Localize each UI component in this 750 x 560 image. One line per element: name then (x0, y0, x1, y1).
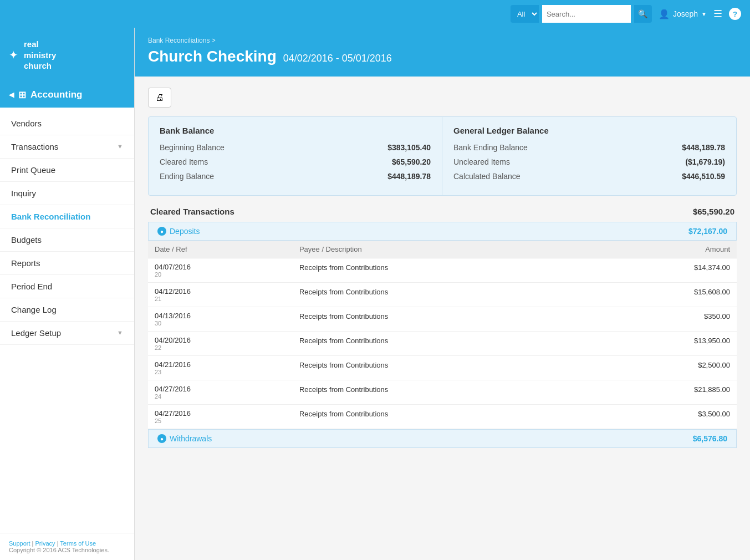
breadcrumb-link[interactable]: Bank Reconciliations > (148, 37, 216, 44)
cell-payee: Receipts from Contributions (293, 258, 592, 283)
sidebar-item-reports[interactable]: Reports (0, 252, 134, 275)
sidebar-item-bank-reconciliation[interactable]: Bank Reconciliation (0, 205, 134, 228)
sidebar-item-print-queue-label: Print Queue (11, 165, 55, 175)
user-icon: 👤 (659, 9, 670, 19)
content-body: 🖨 Bank Balance Beginning Balance $383,10… (135, 77, 750, 560)
sidebar-item-reports-label: Reports (11, 258, 40, 268)
beginning-balance-label: Beginning Balance (160, 143, 225, 152)
gl-balance-col: General Ledger Balance Bank Ending Balan… (442, 117, 736, 195)
list-icon[interactable]: ☰ (713, 8, 722, 20)
deposits-label: ● Deposits (157, 227, 200, 236)
cell-date: 04/13/2016 30 (148, 307, 293, 332)
sidebar-item-period-end-label: Period End (11, 282, 52, 291)
ending-balance-row: Ending Balance $448,189.78 (160, 172, 431, 181)
sidebar-item-budgets-label: Budgets (11, 235, 42, 245)
sidebar-item-vendors[interactable]: Vendors (0, 112, 134, 135)
cell-amount: $2,500.00 (592, 356, 737, 380)
sidebar-section-accounting[interactable]: ◀ ⊞ Accounting (0, 83, 134, 108)
uncleared-items-label: Uncleared Items (453, 157, 510, 166)
sidebar-nav: Vendors Transactions ▼ Print Queue Inqui… (0, 108, 134, 533)
sidebar-item-vendors-label: Vendors (11, 119, 42, 128)
sidebar-item-ledger-setup-label: Ledger Setup (11, 328, 61, 338)
table-row: 04/07/2016 20 Receipts from Contribution… (148, 258, 737, 283)
page-title: Church Checking 04/02/2016 - 05/01/2016 (148, 48, 737, 65)
print-button[interactable]: 🖨 (148, 88, 171, 108)
sidebar-item-print-queue[interactable]: Print Queue (0, 159, 134, 182)
bank-ending-balance-row: Bank Ending Balance $448,189.78 (453, 143, 725, 152)
uncleared-items-row: Uncleared Items ($1,679.19) (453, 157, 725, 166)
cleared-transactions-total: $65,590.20 (693, 207, 734, 216)
cell-amount: $21,885.00 (592, 380, 737, 405)
terms-link[interactable]: Terms of Use (60, 540, 96, 547)
cell-payee: Receipts from Contributions (293, 332, 592, 356)
cell-amount: $350.00 (592, 307, 737, 332)
cell-date: 04/21/2016 23 (148, 356, 293, 380)
deposits-amount: $72,167.00 (688, 227, 727, 236)
logo-text: realministrychurch (24, 39, 56, 72)
copyright-text: Copyright © 2016 ACS Technologies. (9, 547, 109, 553)
table-row: 04/27/2016 25 Receipts from Contribution… (148, 405, 737, 429)
search-input[interactable] (542, 5, 631, 23)
withdrawals-amount: $6,576.80 (693, 434, 727, 443)
cell-amount: $3,500.00 (592, 405, 737, 429)
deposits-circle-icon: ● (157, 227, 166, 236)
sidebar-item-bank-reconciliation-label: Bank Reconciliation (11, 212, 90, 221)
privacy-link[interactable]: Privacy (35, 540, 55, 547)
chevron-down-icon: ▼ (701, 11, 707, 17)
page-title-date: 04/02/2016 - 05/01/2016 (283, 53, 392, 64)
cell-date: 04/07/2016 20 (148, 258, 293, 283)
sidebar: ✦ realministrychurch ◀ ⊞ Accounting Vend… (0, 28, 135, 560)
cleared-items-value: $65,590.20 (392, 157, 431, 166)
sidebar-item-change-log-label: Change Log (11, 305, 57, 314)
sidebar-item-ledger-setup[interactable]: Ledger Setup ▼ (0, 322, 134, 345)
table-row: 04/13/2016 30 Receipts from Contribution… (148, 307, 737, 332)
deposits-table: Date / Ref Payee / Description Amount 04… (148, 241, 737, 429)
withdrawals-label: ● Withdrawals (157, 434, 212, 443)
gl-balance-header: General Ledger Balance (453, 126, 725, 135)
ending-balance-value: $448,189.78 (387, 172, 431, 181)
sidebar-item-transactions[interactable]: Transactions ▼ (0, 135, 134, 159)
beginning-balance-value: $383,105.40 (387, 143, 431, 152)
withdrawals-circle-icon: ● (157, 434, 166, 443)
cell-payee: Receipts from Contributions (293, 405, 592, 429)
bank-ending-balance-value: $448,189.78 (682, 143, 725, 152)
calculated-balance-label: Calculated Balance (453, 172, 521, 181)
bank-balance-col: Bank Balance Beginning Balance $383,105.… (149, 117, 442, 195)
chevron-left-icon: ◀ (9, 91, 14, 99)
search-button[interactable]: 🔍 (634, 5, 652, 23)
uncleared-items-value: ($1,679.19) (685, 157, 725, 166)
withdrawals-section-row[interactable]: ● Withdrawals $6,576.80 (148, 429, 737, 448)
deposits-section-row[interactable]: ● Deposits $72,167.00 (148, 222, 737, 241)
cell-payee: Receipts from Contributions (293, 380, 592, 405)
topbar: All 🔍 👤 Joseph ▼ ☰ ? (0, 0, 750, 28)
user-menu[interactable]: 👤 Joseph ▼ (659, 9, 707, 19)
table-row: 04/27/2016 24 Receipts from Contribution… (148, 380, 737, 405)
support-link[interactable]: Support (9, 540, 30, 547)
help-icon[interactable]: ? (729, 8, 741, 20)
sidebar-item-change-log[interactable]: Change Log (0, 298, 134, 322)
search-group: All 🔍 (511, 5, 652, 23)
cell-payee: Receipts from Contributions (293, 307, 592, 332)
cell-payee: Receipts from Contributions (293, 356, 592, 380)
balance-table: Bank Balance Beginning Balance $383,105.… (148, 116, 737, 196)
cell-date: 04/12/2016 21 (148, 283, 293, 307)
sidebar-section-label: Accounting (30, 89, 83, 100)
sidebar-logo: ✦ realministrychurch (0, 28, 134, 83)
sidebar-item-period-end[interactable]: Period End (0, 275, 134, 298)
logo-star-icon: ✦ (9, 48, 18, 62)
cleared-transactions-label: Cleared Transactions (150, 207, 234, 216)
cleared-items-row: Cleared Items $65,590.20 (160, 157, 431, 166)
calculated-balance-value: $446,510.59 (682, 172, 725, 181)
sidebar-item-inquiry[interactable]: Inquiry (0, 182, 134, 205)
sidebar-item-budgets[interactable]: Budgets (0, 228, 134, 252)
table-row: 04/12/2016 21 Receipts from Contribution… (148, 283, 737, 307)
cell-amount: $15,608.00 (592, 283, 737, 307)
chevron-down-icon: ▼ (117, 329, 123, 336)
cleared-items-label: Cleared Items (160, 157, 208, 166)
table-row: 04/20/2016 22 Receipts from Contribution… (148, 332, 737, 356)
search-filter-select[interactable]: All (511, 5, 539, 23)
bank-balance-header: Bank Balance (160, 126, 431, 135)
cell-payee: Receipts from Contributions (293, 283, 592, 307)
cell-amount: $14,374.00 (592, 258, 737, 283)
content-header: Bank Reconciliations > Church Checking 0… (135, 28, 750, 77)
